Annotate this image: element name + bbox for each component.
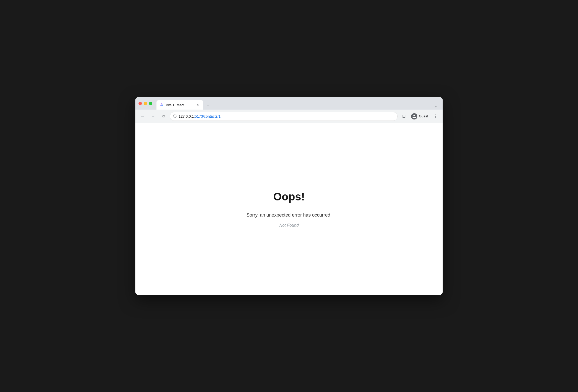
tab-list-button[interactable]: ⌄: [432, 102, 439, 110]
title-bar: Vite + React × + ⌄: [135, 97, 443, 110]
browser-window: Vite + React × + ⌄ ← → ↻ ⓘ 127.0.0.1:517…: [135, 97, 443, 295]
account-avatar-icon: [411, 113, 417, 119]
address-port-path: :5173/contacts/1: [194, 114, 221, 118]
address-bar[interactable]: ⓘ 127.0.0.1:5173/contacts/1: [170, 112, 398, 121]
address-bar-row: ← → ↻ ⓘ 127.0.0.1:5173/contacts/1 ⊡: [135, 110, 443, 123]
tabs-area: Vite + React × + ⌄: [156, 97, 439, 110]
error-detail: Not Found: [279, 223, 299, 228]
lock-icon: ⓘ: [173, 114, 177, 119]
split-screen-button[interactable]: ⊡: [400, 112, 408, 121]
tab-close-button[interactable]: ×: [196, 103, 200, 107]
account-button[interactable]: Guest: [409, 112, 430, 121]
back-button[interactable]: ←: [139, 112, 147, 121]
error-heading: Oops!: [273, 191, 305, 203]
close-button[interactable]: [139, 102, 142, 105]
maximize-button[interactable]: [149, 102, 152, 105]
menu-icon: ⋮: [433, 114, 437, 119]
page-content: Oops! Sorry, an unexpected error has occ…: [135, 123, 443, 295]
split-screen-icon: ⊡: [402, 114, 406, 119]
traffic-lights: [139, 102, 152, 105]
forward-button[interactable]: →: [149, 112, 157, 121]
minimize-button[interactable]: [144, 102, 147, 105]
toolbar-right: ⊡ Guest ⋮: [400, 112, 439, 121]
menu-button[interactable]: ⋮: [431, 112, 439, 121]
address-protocol: 127.0.0.1: [179, 114, 194, 118]
tab-favicon: [160, 103, 164, 107]
error-subtext: Sorry, an unexpected error has occurred.: [247, 212, 332, 218]
address-text: 127.0.0.1:5173/contacts/1: [179, 114, 394, 118]
tab-title: Vite + React: [166, 103, 193, 107]
browser-tab-active[interactable]: Vite + React ×: [156, 100, 203, 110]
account-label: Guest: [419, 114, 428, 118]
reload-button[interactable]: ↻: [159, 112, 168, 121]
new-tab-button[interactable]: +: [204, 102, 212, 110]
